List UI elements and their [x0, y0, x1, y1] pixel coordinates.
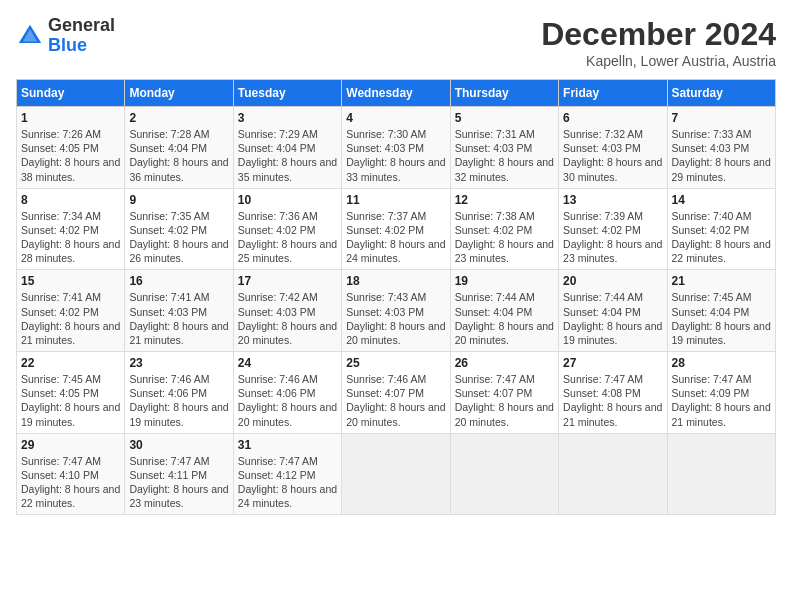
day-number: 21	[672, 274, 771, 288]
calendar-week-row: 29Sunrise: 7:47 AM Sunset: 4:10 PM Dayli…	[17, 433, 776, 515]
day-number: 27	[563, 356, 662, 370]
calendar-day-cell: 21Sunrise: 7:45 AM Sunset: 4:04 PM Dayli…	[667, 270, 775, 352]
day-info: Sunrise: 7:46 AM Sunset: 4:06 PM Dayligh…	[238, 372, 337, 429]
day-number: 31	[238, 438, 337, 452]
day-info: Sunrise: 7:47 AM Sunset: 4:12 PM Dayligh…	[238, 454, 337, 511]
calendar-day-cell: 3Sunrise: 7:29 AM Sunset: 4:04 PM Daylig…	[233, 107, 341, 189]
calendar-day-cell: 14Sunrise: 7:40 AM Sunset: 4:02 PM Dayli…	[667, 188, 775, 270]
logo: General Blue	[16, 16, 115, 56]
calendar-day-cell: 9Sunrise: 7:35 AM Sunset: 4:02 PM Daylig…	[125, 188, 233, 270]
day-of-week-header: Monday	[125, 80, 233, 107]
calendar-day-cell: 20Sunrise: 7:44 AM Sunset: 4:04 PM Dayli…	[559, 270, 667, 352]
day-number: 17	[238, 274, 337, 288]
day-info: Sunrise: 7:31 AM Sunset: 4:03 PM Dayligh…	[455, 127, 554, 184]
day-info: Sunrise: 7:36 AM Sunset: 4:02 PM Dayligh…	[238, 209, 337, 266]
calendar-day-cell: 10Sunrise: 7:36 AM Sunset: 4:02 PM Dayli…	[233, 188, 341, 270]
day-of-week-header: Sunday	[17, 80, 125, 107]
day-of-week-header: Saturday	[667, 80, 775, 107]
day-number: 9	[129, 193, 228, 207]
day-number: 29	[21, 438, 120, 452]
calendar-day-cell: 29Sunrise: 7:47 AM Sunset: 4:10 PM Dayli…	[17, 433, 125, 515]
day-info: Sunrise: 7:29 AM Sunset: 4:04 PM Dayligh…	[238, 127, 337, 184]
title-block: December 2024 Kapelln, Lower Austria, Au…	[541, 16, 776, 69]
calendar-day-cell: 6Sunrise: 7:32 AM Sunset: 4:03 PM Daylig…	[559, 107, 667, 189]
calendar-day-cell: 1Sunrise: 7:26 AM Sunset: 4:05 PM Daylig…	[17, 107, 125, 189]
day-number: 3	[238, 111, 337, 125]
calendar-day-cell	[342, 433, 450, 515]
day-number: 15	[21, 274, 120, 288]
day-info: Sunrise: 7:45 AM Sunset: 4:04 PM Dayligh…	[672, 290, 771, 347]
day-info: Sunrise: 7:47 AM Sunset: 4:07 PM Dayligh…	[455, 372, 554, 429]
day-info: Sunrise: 7:44 AM Sunset: 4:04 PM Dayligh…	[563, 290, 662, 347]
calendar-day-cell: 12Sunrise: 7:38 AM Sunset: 4:02 PM Dayli…	[450, 188, 558, 270]
logo-blue: Blue	[48, 35, 87, 55]
calendar-table: SundayMondayTuesdayWednesdayThursdayFrid…	[16, 79, 776, 515]
day-number: 26	[455, 356, 554, 370]
calendar-day-cell: 13Sunrise: 7:39 AM Sunset: 4:02 PM Dayli…	[559, 188, 667, 270]
day-of-week-header: Thursday	[450, 80, 558, 107]
calendar-day-cell	[667, 433, 775, 515]
day-info: Sunrise: 7:37 AM Sunset: 4:02 PM Dayligh…	[346, 209, 445, 266]
day-number: 25	[346, 356, 445, 370]
day-info: Sunrise: 7:28 AM Sunset: 4:04 PM Dayligh…	[129, 127, 228, 184]
calendar-week-row: 1Sunrise: 7:26 AM Sunset: 4:05 PM Daylig…	[17, 107, 776, 189]
day-number: 6	[563, 111, 662, 125]
calendar-day-cell: 17Sunrise: 7:42 AM Sunset: 4:03 PM Dayli…	[233, 270, 341, 352]
calendar-day-cell	[450, 433, 558, 515]
day-number: 4	[346, 111, 445, 125]
calendar-day-cell: 22Sunrise: 7:45 AM Sunset: 4:05 PM Dayli…	[17, 352, 125, 434]
calendar-day-cell: 11Sunrise: 7:37 AM Sunset: 4:02 PM Dayli…	[342, 188, 450, 270]
day-info: Sunrise: 7:43 AM Sunset: 4:03 PM Dayligh…	[346, 290, 445, 347]
calendar-day-cell: 8Sunrise: 7:34 AM Sunset: 4:02 PM Daylig…	[17, 188, 125, 270]
day-info: Sunrise: 7:39 AM Sunset: 4:02 PM Dayligh…	[563, 209, 662, 266]
calendar-day-cell: 30Sunrise: 7:47 AM Sunset: 4:11 PM Dayli…	[125, 433, 233, 515]
calendar-day-cell: 18Sunrise: 7:43 AM Sunset: 4:03 PM Dayli…	[342, 270, 450, 352]
page-header: General Blue December 2024 Kapelln, Lowe…	[16, 16, 776, 69]
calendar-day-cell: 2Sunrise: 7:28 AM Sunset: 4:04 PM Daylig…	[125, 107, 233, 189]
calendar-week-row: 8Sunrise: 7:34 AM Sunset: 4:02 PM Daylig…	[17, 188, 776, 270]
calendar-body: 1Sunrise: 7:26 AM Sunset: 4:05 PM Daylig…	[17, 107, 776, 515]
day-number: 20	[563, 274, 662, 288]
day-info: Sunrise: 7:26 AM Sunset: 4:05 PM Dayligh…	[21, 127, 120, 184]
day-info: Sunrise: 7:33 AM Sunset: 4:03 PM Dayligh…	[672, 127, 771, 184]
calendar-day-cell: 26Sunrise: 7:47 AM Sunset: 4:07 PM Dayli…	[450, 352, 558, 434]
calendar-day-cell: 23Sunrise: 7:46 AM Sunset: 4:06 PM Dayli…	[125, 352, 233, 434]
day-info: Sunrise: 7:47 AM Sunset: 4:08 PM Dayligh…	[563, 372, 662, 429]
day-number: 18	[346, 274, 445, 288]
day-number: 11	[346, 193, 445, 207]
day-number: 24	[238, 356, 337, 370]
calendar-week-row: 15Sunrise: 7:41 AM Sunset: 4:02 PM Dayli…	[17, 270, 776, 352]
calendar-day-cell: 19Sunrise: 7:44 AM Sunset: 4:04 PM Dayli…	[450, 270, 558, 352]
day-of-week-header: Wednesday	[342, 80, 450, 107]
day-info: Sunrise: 7:44 AM Sunset: 4:04 PM Dayligh…	[455, 290, 554, 347]
day-info: Sunrise: 7:46 AM Sunset: 4:07 PM Dayligh…	[346, 372, 445, 429]
day-number: 1	[21, 111, 120, 125]
day-number: 12	[455, 193, 554, 207]
day-info: Sunrise: 7:32 AM Sunset: 4:03 PM Dayligh…	[563, 127, 662, 184]
calendar-day-cell: 16Sunrise: 7:41 AM Sunset: 4:03 PM Dayli…	[125, 270, 233, 352]
day-info: Sunrise: 7:35 AM Sunset: 4:02 PM Dayligh…	[129, 209, 228, 266]
calendar-day-cell: 7Sunrise: 7:33 AM Sunset: 4:03 PM Daylig…	[667, 107, 775, 189]
calendar-day-cell: 4Sunrise: 7:30 AM Sunset: 4:03 PM Daylig…	[342, 107, 450, 189]
day-info: Sunrise: 7:47 AM Sunset: 4:11 PM Dayligh…	[129, 454, 228, 511]
month-title: December 2024	[541, 16, 776, 53]
calendar-day-cell: 24Sunrise: 7:46 AM Sunset: 4:06 PM Dayli…	[233, 352, 341, 434]
day-number: 30	[129, 438, 228, 452]
day-number: 2	[129, 111, 228, 125]
day-of-week-header: Friday	[559, 80, 667, 107]
calendar-day-cell: 15Sunrise: 7:41 AM Sunset: 4:02 PM Dayli…	[17, 270, 125, 352]
day-of-week-header: Tuesday	[233, 80, 341, 107]
day-info: Sunrise: 7:47 AM Sunset: 4:09 PM Dayligh…	[672, 372, 771, 429]
day-number: 19	[455, 274, 554, 288]
day-info: Sunrise: 7:42 AM Sunset: 4:03 PM Dayligh…	[238, 290, 337, 347]
day-number: 16	[129, 274, 228, 288]
calendar-header-row: SundayMondayTuesdayWednesdayThursdayFrid…	[17, 80, 776, 107]
day-info: Sunrise: 7:41 AM Sunset: 4:02 PM Dayligh…	[21, 290, 120, 347]
calendar-day-cell: 25Sunrise: 7:46 AM Sunset: 4:07 PM Dayli…	[342, 352, 450, 434]
day-info: Sunrise: 7:34 AM Sunset: 4:02 PM Dayligh…	[21, 209, 120, 266]
day-info: Sunrise: 7:30 AM Sunset: 4:03 PM Dayligh…	[346, 127, 445, 184]
day-number: 5	[455, 111, 554, 125]
day-number: 10	[238, 193, 337, 207]
day-info: Sunrise: 7:40 AM Sunset: 4:02 PM Dayligh…	[672, 209, 771, 266]
calendar-day-cell: 5Sunrise: 7:31 AM Sunset: 4:03 PM Daylig…	[450, 107, 558, 189]
